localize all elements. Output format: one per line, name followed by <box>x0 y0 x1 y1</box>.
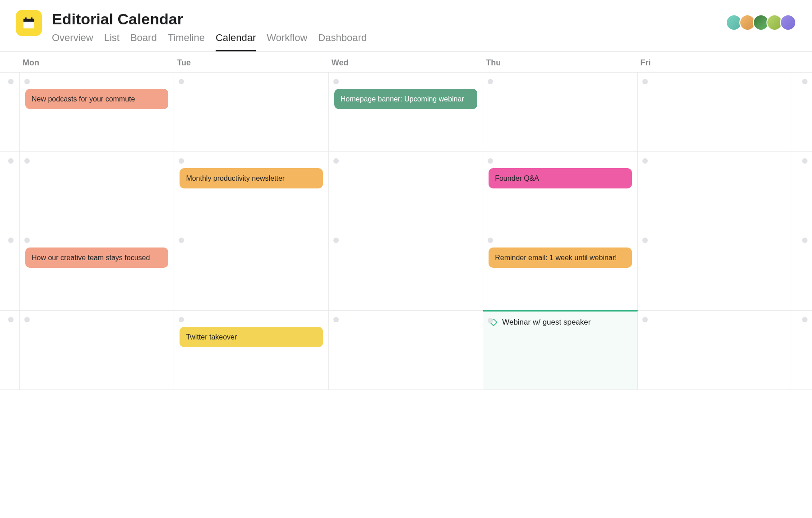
page-title: Editorial Calendar <box>52 10 796 28</box>
calendar-cell-edge[interactable] <box>792 311 812 390</box>
date-dot <box>24 158 30 164</box>
svg-rect-1 <box>23 19 34 22</box>
calendar-cell[interactable]: Reminder email: 1 week until webinar! <box>483 231 637 311</box>
date-dot <box>179 79 184 84</box>
date-dot <box>8 158 14 164</box>
date-dot <box>333 238 339 243</box>
calendar-cell[interactable]: How our creative team stays focused <box>20 231 174 311</box>
day-header-wed: Wed <box>329 58 483 68</box>
day-header-thu: Thu <box>483 58 637 68</box>
task-card[interactable]: Monthly productivity newsletter <box>180 168 323 189</box>
tabs: Overview List Board Timeline Calendar Wo… <box>52 32 796 51</box>
calendar-cell-today[interactable]: Webinar w/ guest speaker <box>483 310 637 390</box>
task-card[interactable]: New podcasts for your commute <box>25 89 168 110</box>
day-header-fri: Fri <box>638 58 792 68</box>
task-card[interactable]: Twitter takeover <box>180 327 323 348</box>
milestone-task[interactable]: Webinar w/ guest speaker <box>489 318 632 327</box>
svg-rect-3 <box>31 17 32 20</box>
task-card[interactable]: How our creative team stays focused <box>25 248 168 268</box>
date-dot <box>8 317 14 322</box>
calendar-cell[interactable]: Founder Q&A <box>483 152 637 231</box>
date-dot <box>24 317 30 322</box>
calendar-cell[interactable]: Homepage banner: Upcoming webinar <box>329 73 483 152</box>
task-label: Founder Q&A <box>495 174 539 182</box>
date-dot <box>8 79 14 84</box>
calendar-cell[interactable] <box>638 231 792 311</box>
date-dot <box>333 79 339 84</box>
day-headers: Mon Tue Wed Thu Fri <box>0 52 812 72</box>
calendar-cell-edge[interactable] <box>792 231 812 311</box>
svg-rect-2 <box>25 17 27 20</box>
date-dot <box>179 317 184 322</box>
calendar-cell[interactable] <box>174 73 328 152</box>
day-header-tue: Tue <box>174 58 328 68</box>
task-label: How our creative team stays focused <box>32 254 150 261</box>
calendar-grid: New podcasts for your commute Homepage b… <box>0 72 812 390</box>
date-dot <box>642 79 648 84</box>
project-calendar-icon <box>16 10 42 36</box>
tab-workflow[interactable]: Workflow <box>267 32 307 51</box>
calendar-cell[interactable] <box>20 152 174 231</box>
calendar-cell[interactable]: Monthly productivity newsletter <box>174 152 328 231</box>
task-card[interactable]: Homepage banner: Upcoming webinar <box>334 89 477 110</box>
tab-board[interactable]: Board <box>130 32 157 51</box>
avatar-group[interactable] <box>729 14 796 31</box>
header: Editorial Calendar Overview List Board T… <box>0 0 812 51</box>
calendar-cell-edge[interactable] <box>0 73 20 152</box>
calendar-cell-edge[interactable] <box>0 152 20 231</box>
date-dot <box>179 158 184 164</box>
date-dot <box>24 238 30 243</box>
date-dot <box>24 79 30 84</box>
calendar-cell-edge[interactable] <box>0 231 20 311</box>
tab-calendar[interactable]: Calendar <box>216 32 256 51</box>
tab-overview[interactable]: Overview <box>52 32 93 51</box>
date-dot <box>488 318 493 323</box>
calendar-cell[interactable] <box>20 311 174 390</box>
calendar-cell[interactable] <box>638 73 792 152</box>
date-dot <box>179 238 184 243</box>
date-dot <box>488 158 493 164</box>
calendar-cell[interactable]: Twitter takeover <box>174 311 328 390</box>
day-header-mon: Mon <box>20 58 174 68</box>
calendar-cell-edge[interactable] <box>0 311 20 390</box>
tab-list[interactable]: List <box>104 32 120 51</box>
calendar-cell[interactable] <box>638 311 792 390</box>
calendar-cell[interactable] <box>174 231 328 311</box>
tab-dashboard[interactable]: Dashboard <box>318 32 367 51</box>
calendar-cell-edge[interactable] <box>792 73 812 152</box>
calendar-cell-edge[interactable] <box>792 152 812 231</box>
date-dot <box>333 317 339 322</box>
date-dot <box>642 317 648 322</box>
task-label: Twitter takeover <box>186 333 237 341</box>
header-content: Editorial Calendar Overview List Board T… <box>52 10 796 51</box>
calendar-cell[interactable] <box>329 152 483 231</box>
calendar-cell[interactable] <box>483 73 637 152</box>
date-dot <box>488 79 493 84</box>
date-dot <box>802 79 807 84</box>
task-label: Webinar w/ guest speaker <box>502 318 591 327</box>
date-dot <box>488 238 493 243</box>
task-label: New podcasts for your commute <box>32 95 135 103</box>
date-dot <box>802 317 807 322</box>
calendar-cell[interactable]: New podcasts for your commute <box>20 73 174 152</box>
tab-timeline[interactable]: Timeline <box>168 32 205 51</box>
date-dot <box>642 158 648 164</box>
date-dot <box>802 238 807 243</box>
task-card[interactable]: Reminder email: 1 week until webinar! <box>489 248 632 268</box>
calendar-cell[interactable] <box>329 231 483 311</box>
task-card[interactable]: Founder Q&A <box>489 168 632 189</box>
task-label: Homepage banner: Upcoming webinar <box>341 95 464 103</box>
task-label: Reminder email: 1 week until webinar! <box>495 254 617 261</box>
date-dot <box>802 158 807 164</box>
calendar-cell[interactable] <box>638 152 792 231</box>
task-label: Monthly productivity newsletter <box>186 174 285 182</box>
date-dot <box>642 238 648 243</box>
date-dot <box>333 158 339 164</box>
avatar[interactable] <box>780 14 796 31</box>
date-dot <box>8 238 14 243</box>
calendar-cell[interactable] <box>329 311 483 390</box>
